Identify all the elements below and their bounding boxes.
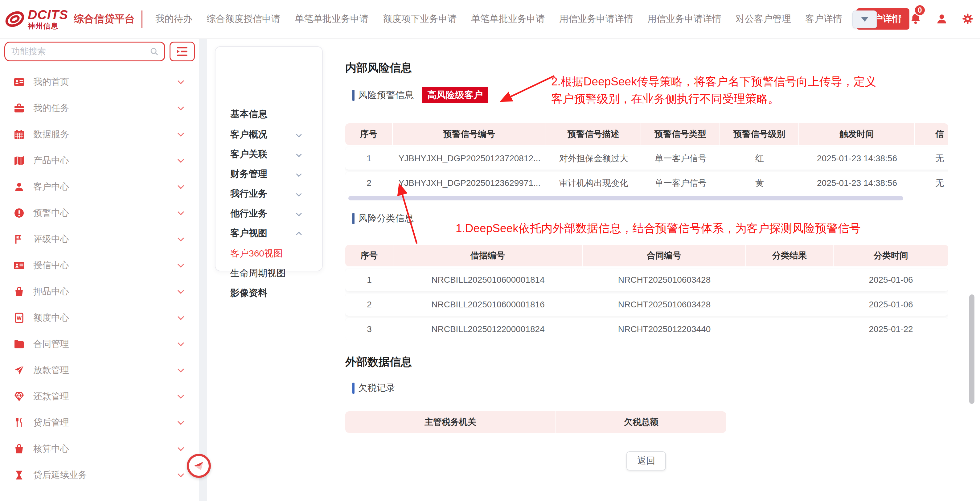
sidebar-item-my-tasks[interactable]: 我的任务 [0,95,199,121]
chevron-down-icon [178,130,184,137]
sidebar-item-disbursement-mgmt[interactable]: 放款管理 [0,357,199,383]
sidebar-item-my-home[interactable]: 我的首页 [0,69,199,95]
send-icon [14,365,25,376]
submenu-lifecycle-view[interactable]: 生命周期视图 [230,267,286,280]
chevron-down-icon [178,313,184,320]
submenu-customer-view[interactable]: 客户视图 [230,227,267,240]
user-icon [14,181,25,192]
nav-tab-customer-detail[interactable]: 客户详情 [805,13,842,25]
table-header-row: 序号 预警信号编号 预警信号描述 预警信号类型 预警信号级别 触发时间 信 [345,123,948,145]
bag-icon [14,443,25,455]
folder-icon [14,339,25,350]
sidebar-item-label: 客户中心 [33,181,69,193]
diamond-icon [14,391,25,402]
col-header-class-time: 分类时间 [834,245,948,266]
sidebar-item-repayment-mgmt[interactable]: 还款管理 [0,383,199,409]
internal-risk-title: 内部风险信息 [345,60,412,76]
table-row: 2 NRCBILL2025010600001816 NRCHT202501060… [345,294,948,316]
chevron-down-icon [178,340,184,346]
submenu-finance-mgmt[interactable]: 财务管理 [230,168,267,180]
sidebar-item-label: 数据服务 [33,128,69,141]
nav-tab-credit-apply[interactable]: 综合额度授信申请 [207,13,280,25]
sidebar-item-label: 我的任务 [33,102,69,115]
table-row: 1 NRCBILL2025010600001814 NRCHT202501060… [345,269,948,291]
sidebar-item-label: 我的首页 [33,76,69,88]
nav-tab-loan-detail-1[interactable]: 用信业务申请详情 [559,13,633,25]
top-navbar: DCITS 神州信息 综合信贷平台 我的待办 综合额度授信申请 单笔单批业务申请… [0,0,980,38]
sidebar-item-customer-center[interactable]: 客户中心 [0,173,199,200]
sidebar-item-post-loan-continuation[interactable]: 贷后延续业务 [0,462,199,488]
submenu-other-bank-business[interactable]: 他行业务 [230,207,267,220]
bag-icon [14,286,25,297]
sidebar-item-collateral-center[interactable]: 押品中心 [0,278,199,305]
vertical-scrollbar[interactable] [969,294,974,404]
nav-tab-single-batch-1[interactable]: 单笔单批业务申请 [295,13,369,25]
settings-button[interactable] [961,13,974,26]
customer-detail-menu: 基本信息 客户概况 客户关联 财务管理 我行业务 他行业务 客户视图 客户360… [215,46,323,271]
sidebar-item-product-center[interactable]: 产品中心 [0,147,199,173]
nav-tab-single-batch-2[interactable]: 单笔单批业务申请 [471,13,545,25]
sidebar-item-label: 押品中心 [33,285,69,298]
sidebar-item-credit-center[interactable]: 授信中心 [0,252,199,278]
submenu-customer-relations[interactable]: 客户关联 [230,148,267,161]
chevron-down-icon [296,171,301,177]
briefcase-icon [14,103,25,114]
chevron-down-icon [178,287,184,294]
submenu-image-materials[interactable]: 影像资料 [230,287,267,299]
high-risk-customer-badge: 高风险级客户 [422,87,488,103]
svg-text:W: W [17,315,22,321]
risk-class-label: 风险分类信息 [358,212,414,225]
sidebar-item-limit-center[interactable]: W 额度中心 [0,305,199,331]
submenu-customer-overview[interactable]: 客户概况 [230,128,267,141]
chevron-down-icon [178,261,184,267]
user-icon [935,13,948,25]
sidebar-item-post-loan-mgmt[interactable]: 贷后管理 [0,409,199,436]
tab-overflow-dropdown[interactable] [853,11,877,29]
doc-w-icon: W [14,312,25,323]
section-bar [352,383,355,394]
notifications-button[interactable]: 0 [909,12,922,27]
submenu-our-bank-business[interactable]: 我行业务 [230,188,267,200]
col-header-class-result: 分类结果 [746,245,834,266]
sidebar-collapse-float-button[interactable] [187,454,211,478]
alert-circle-icon [14,207,25,219]
back-button[interactable]: 返回 [627,452,666,471]
search-input[interactable] [11,46,150,57]
sidebar-item-data-services[interactable]: 数据服务 [0,121,199,147]
risk-warning-section-header: 风险预警信息 高风险级客户 [352,87,488,103]
risk-class-section-header: 风险分类信息 [352,212,414,225]
sidebar-item-label: 还款管理 [33,390,69,402]
chevron-down-icon [296,191,301,196]
nav-tab-my-todo[interactable]: 我的待办 [155,13,192,25]
nav-tab-limit-apply[interactable]: 额度项下业务申请 [383,13,457,25]
submenu-customer-360-view[interactable]: 客户360视图 [230,247,283,260]
dcits-swirl-icon [5,9,25,29]
nav-tab-loan-detail-2[interactable]: 用信业务申请详情 [648,13,721,25]
sidebar-item-accounting-center[interactable]: 核算中心 [0,436,199,462]
sidebar-item-label: 合同管理 [33,338,69,350]
tax-record-label: 欠税记录 [358,382,395,394]
horizontal-scrollbar[interactable] [348,196,903,200]
risk-warning-label: 风险预警信息 [358,89,414,102]
sidebar-item-label: 评级中心 [33,233,69,245]
sidebar-item-contract-mgmt[interactable]: 合同管理 [0,331,199,357]
submenu-basic-info[interactable]: 基本信息 [230,108,267,121]
sidebar-gutter [199,39,207,501]
nav-tab-corp-customer[interactable]: 对公客户管理 [735,13,791,25]
menu-collapse-button[interactable] [170,41,195,61]
chevron-down-icon [178,445,184,451]
annotation-arrow-to-badge [493,70,559,109]
table-row: 2 YJBHYJXH_DGP20250123629971... 审计机构出现变化… [345,172,948,194]
sidebar-item-rating-center[interactable]: 评级中心 [0,226,199,252]
annotation-2-line1: 2.根据DeepSeek传导策略，将客户名下预警信号向上传导，定义 [551,74,877,89]
section-bar [352,90,355,101]
navbar-right-controls: 0 [853,0,980,38]
risk-warning-table: 序号 预警信号编号 预警信号描述 预警信号类型 预警信号级别 触发时间 信 1 … [345,123,948,194]
id-card-icon [14,76,25,87]
calendar-icon [14,129,25,140]
sidebar-item-warning-center[interactable]: 预警中心 [0,200,199,226]
left-sidebar: 我的首页 我的任务 数据服务 产品中心 客户中心 [0,39,199,501]
table-row: 1 YJBHYJXH_DGP20250123720812... 对外担保金额过大… [345,147,948,170]
profile-button[interactable] [935,13,948,26]
table-row: 3 NRCBILL2025012200001824 NRCHT202501220… [345,318,948,340]
